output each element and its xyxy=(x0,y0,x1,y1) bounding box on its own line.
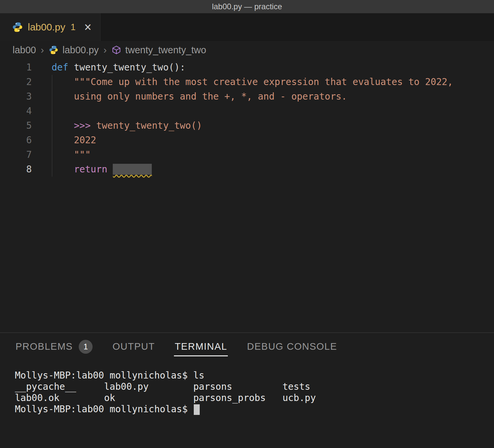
line-number: 1 xyxy=(0,60,32,75)
panel-tab-bar: PROBLEMS1OUTPUTTERMINALDEBUG CONSOLE xyxy=(0,333,494,359)
code-token: (): xyxy=(169,62,185,73)
line-number: 4 xyxy=(0,104,32,118)
symbol-function-icon xyxy=(111,45,121,55)
code-line[interactable] xyxy=(52,104,494,118)
breadcrumb-file[interactable]: lab00.py xyxy=(62,45,99,56)
terminal-output[interactable]: Mollys-MBP:lab00 mollynicholas$ ls__pyca… xyxy=(15,370,494,415)
terminal-line: lab00.ok ok parsons_probs ucb.py xyxy=(15,392,494,404)
tab-filename: lab00.py xyxy=(28,22,65,33)
code-token xyxy=(52,120,74,131)
code-token xyxy=(52,149,74,160)
bottom-panel: PROBLEMS1OUTPUTTERMINALDEBUG CONSOLE Mol… xyxy=(0,333,494,448)
code-line[interactable]: """ xyxy=(52,148,494,162)
panel-tab-label: TERMINAL xyxy=(175,341,227,352)
code-token: """Come up with the most creative expres… xyxy=(74,76,453,87)
code-token: >>> xyxy=(74,120,91,131)
terminal-line: Mollys-MBP:lab00 mollynicholas$ ls xyxy=(15,370,494,381)
breadcrumb: lab00 › lab00.py › twenty_twenty_two xyxy=(0,41,494,59)
breadcrumb-symbol[interactable]: twenty_twenty_two xyxy=(125,45,206,56)
titlebar: lab00.py — practice xyxy=(0,0,494,13)
code-token: """ xyxy=(74,149,91,160)
terminal-line: Mollys-MBP:lab00 mollynicholas$ xyxy=(15,404,494,415)
terminal-cursor xyxy=(194,404,200,415)
panel-tab-label: PROBLEMS xyxy=(16,341,73,352)
code-area[interactable]: def twenty_twenty_two(): """Come up with… xyxy=(32,60,494,333)
selection-placeholder xyxy=(113,164,152,175)
code-token xyxy=(107,164,113,175)
close-icon[interactable]: × xyxy=(84,21,91,33)
vscode-window: lab00.py — practice lab00.py 1 × lab00 › xyxy=(0,0,494,448)
tab-lab00py[interactable]: lab00.py 1 × xyxy=(0,13,101,41)
code-token xyxy=(52,164,74,175)
chevron-right-icon: › xyxy=(103,44,107,56)
indent-guide xyxy=(52,75,52,177)
window-title: lab00.py — practice xyxy=(212,2,282,11)
code-line[interactable]: """Come up with the most creative expres… xyxy=(52,75,494,89)
code-token: twenty_twenty_two xyxy=(74,62,169,73)
line-number-gutter[interactable]: 12345678 xyxy=(0,60,32,333)
tab-problems-badge: 1 xyxy=(70,22,75,32)
line-number: 5 xyxy=(0,118,32,133)
editor[interactable]: 12345678 def twenty_twenty_two(): """Com… xyxy=(0,59,494,333)
code-token: using only numbers and the +, *, and - o… xyxy=(74,91,347,102)
panel-tab-label: DEBUG CONSOLE xyxy=(247,341,337,352)
breadcrumb-folder[interactable]: lab00 xyxy=(13,45,36,56)
line-number: 2 xyxy=(0,75,32,89)
panel-tab-debug-console[interactable]: DEBUG CONSOLE xyxy=(246,336,338,356)
panel-tab-problems[interactable]: PROBLEMS1 xyxy=(15,335,93,358)
line-number: 6 xyxy=(0,133,32,148)
panel-tab-label: OUTPUT xyxy=(112,341,155,352)
python-icon xyxy=(49,45,59,55)
code-token xyxy=(52,91,74,102)
code-token: def xyxy=(52,62,68,73)
code-token xyxy=(68,62,74,73)
code-line[interactable]: >>> twenty_twenty_two() xyxy=(52,118,494,133)
code-token xyxy=(52,135,74,146)
code-token xyxy=(91,120,96,131)
code-token: 2022 xyxy=(74,135,96,146)
code-line[interactable]: 2022 xyxy=(52,133,494,148)
code-line[interactable]: def twenty_twenty_two(): xyxy=(52,60,494,75)
code-line[interactable]: return xyxy=(52,162,494,177)
terminal-line: __pycache__ lab00.py parsons tests xyxy=(15,381,494,392)
code-token: return xyxy=(74,164,107,175)
line-number: 3 xyxy=(0,89,32,104)
problems-count-badge: 1 xyxy=(79,340,93,354)
code-token xyxy=(52,76,74,87)
line-number: 7 xyxy=(0,148,32,162)
python-icon xyxy=(12,22,23,33)
chevron-right-icon: › xyxy=(40,44,45,56)
code-token: twenty_twenty_two() xyxy=(96,120,202,131)
panel-tab-terminal[interactable]: TERMINAL xyxy=(174,336,228,356)
code-line[interactable]: using only numbers and the +, *, and - o… xyxy=(52,89,494,104)
panel-tab-output[interactable]: OUTPUT xyxy=(112,336,155,356)
tab-bar: lab00.py 1 × xyxy=(0,13,494,41)
line-number: 8 xyxy=(0,162,32,177)
